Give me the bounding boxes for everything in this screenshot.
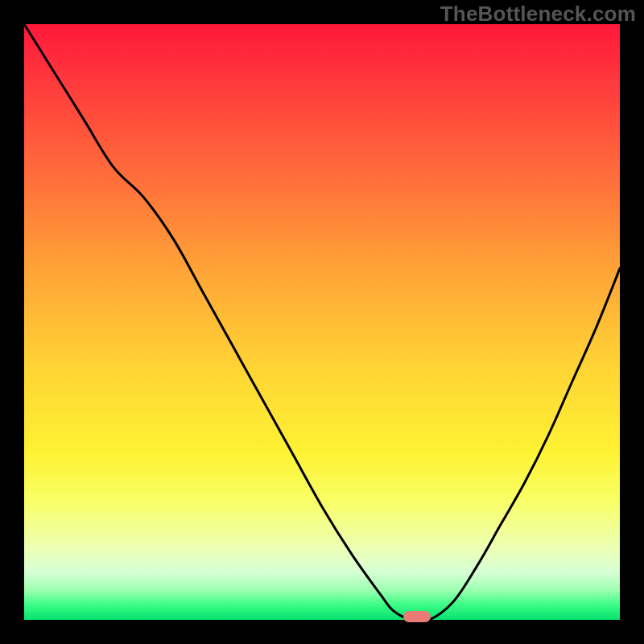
bottleneck-curve — [24, 24, 620, 620]
optimum-marker — [403, 611, 431, 622]
plot-area — [24, 24, 620, 620]
chart-frame: TheBottleneck.com — [0, 0, 644, 644]
watermark-text: TheBottleneck.com — [440, 2, 636, 27]
